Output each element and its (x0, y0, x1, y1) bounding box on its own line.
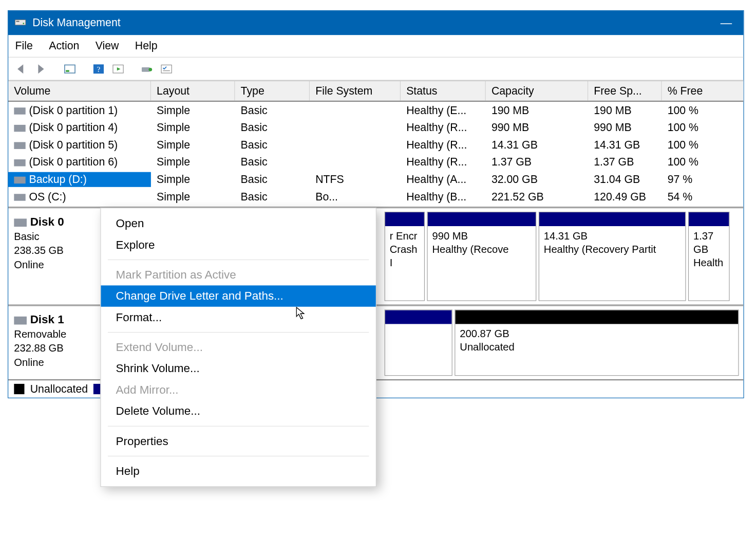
forward-icon[interactable] (33, 61, 48, 76)
table-row[interactable]: (Disk 0 partition 6)SimpleBasicHealthy (… (8, 154, 743, 171)
svg-point-2 (23, 23, 24, 24)
svg-marker-4 (38, 64, 44, 73)
refresh-icon[interactable] (139, 61, 154, 76)
partition-block[interactable]: r EncrCrash I (385, 212, 425, 301)
disk1-info[interactable]: Disk 1 Removable 232.88 GB Online (13, 309, 100, 376)
svg-rect-1 (16, 21, 19, 22)
menu-action[interactable]: Action (49, 40, 79, 52)
context-menu-separator (108, 426, 369, 427)
context-menu-separator (108, 332, 369, 333)
col-freespace[interactable]: Free Sp... (588, 81, 662, 101)
context-menu-item[interactable]: Properties (101, 431, 375, 452)
context-menu-item[interactable]: Help (101, 460, 375, 482)
context-menu-item: Add Mirror... (101, 379, 375, 400)
disk-management-window: Disk Management — File Action View Help … (8, 10, 744, 398)
partition-block[interactable]: 990 MBHealthy (Recove (427, 212, 536, 301)
context-menu-item[interactable]: Change Drive Letter and Paths... (101, 285, 375, 306)
col-capacity[interactable]: Capacity (486, 81, 588, 101)
context-menu-item[interactable]: Explore (101, 234, 375, 255)
svg-rect-13 (161, 65, 172, 73)
col-filesystem[interactable]: File System (310, 81, 401, 101)
svg-marker-3 (17, 64, 23, 73)
list-check-icon[interactable] (159, 61, 174, 76)
context-menu-item[interactable]: Format... (101, 307, 375, 328)
volume-table-body: (Disk 0 partition 1)SimpleBasicHealthy (… (8, 102, 743, 207)
disk1-partitions: 200.87 GBUnallocated (385, 309, 739, 376)
svg-rect-11 (142, 67, 150, 71)
disk0-partitions: r EncrCrash I990 MBHealthy (Recove14.31 … (385, 212, 739, 301)
app-icon (14, 16, 27, 29)
toolbar: ? (8, 58, 743, 81)
table-row[interactable]: (Disk 0 partition 5)SimpleBasicHealthy (… (8, 136, 743, 154)
back-icon[interactable] (14, 61, 29, 76)
table-row[interactable]: (Disk 0 partition 1)SimpleBasicHealthy (… (8, 102, 743, 119)
svg-point-12 (148, 67, 152, 71)
col-status[interactable]: Status (401, 81, 486, 101)
col-type[interactable]: Type (235, 81, 310, 101)
disk-icon (14, 317, 27, 325)
volume-table-header: Volume Layout Type File System Status Ca… (8, 81, 743, 102)
svg-marker-10 (117, 67, 121, 70)
menu-help[interactable]: Help (135, 40, 158, 52)
titlebar: Disk Management — (8, 11, 743, 35)
context-menu-item[interactable]: Delete Volume... (101, 400, 375, 421)
menu-view[interactable]: View (96, 40, 119, 52)
table-row[interactable]: OS (C:)SimpleBasicBo...Healthy (B...221.… (8, 188, 743, 206)
context-menu-separator (108, 456, 369, 456)
context-menu-item[interactable]: Open (101, 213, 375, 234)
table-row[interactable]: Backup (D:)SimpleBasicNTFSHealthy (A...3… (8, 171, 743, 188)
context-menu-item: Mark Partition as Active (101, 264, 375, 285)
table-row[interactable]: (Disk 0 partition 4)SimpleBasicHealthy (… (8, 119, 743, 137)
help-icon[interactable]: ? (91, 61, 106, 76)
svg-text:?: ? (97, 65, 100, 73)
legend-unallocated-label: Unallocated (30, 383, 88, 396)
legend-unallocated-swatch (14, 384, 24, 394)
col-volume[interactable]: Volume (8, 81, 151, 101)
partition-block[interactable]: 14.31 GBHealthy (Recovery Partit (539, 212, 686, 301)
context-menu-item: Extend Volume... (101, 337, 375, 358)
disk0-info[interactable]: Disk 0 Basic 238.35 GB Online (13, 212, 100, 301)
partition-block[interactable] (385, 309, 452, 376)
svg-rect-6 (66, 70, 69, 71)
context-menu-item[interactable]: Shrink Volume... (101, 358, 375, 379)
menubar: File Action View Help (8, 35, 743, 58)
context-menu: OpenExploreMark Partition as ActiveChang… (100, 208, 376, 487)
menu-file[interactable]: File (15, 40, 33, 52)
window-title: Disk Management (32, 16, 121, 29)
context-menu-separator (108, 260, 369, 260)
partition-block[interactable]: 200.87 GBUnallocated (455, 309, 739, 376)
partition-block[interactable]: 1.37 GBHealth (688, 212, 730, 301)
panel-icon[interactable] (62, 61, 77, 76)
minimize-button[interactable]: — (714, 16, 738, 30)
view-small-icon[interactable] (110, 61, 125, 76)
col-pctfree[interactable]: % Free (662, 81, 713, 101)
col-layout[interactable]: Layout (151, 81, 235, 101)
disk-icon (14, 219, 27, 227)
svg-rect-0 (15, 20, 26, 25)
